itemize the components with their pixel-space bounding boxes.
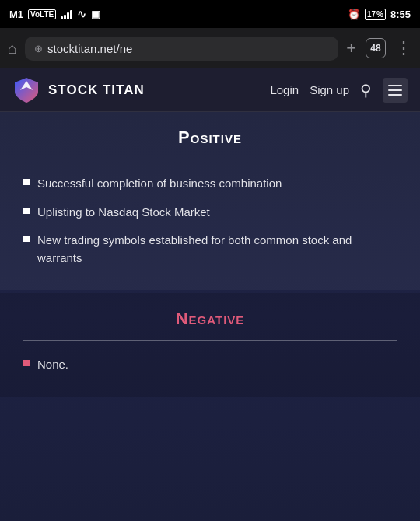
nav-links: Login Sign up ⚲ — [270, 78, 408, 103]
list-item: New trading symbols established for both… — [23, 232, 397, 267]
search-icon[interactable]: ⚲ — [360, 81, 372, 100]
negative-section: Negative None. — [0, 293, 420, 397]
list-item: Successful completion of business combin… — [23, 175, 397, 193]
bullet-marker — [23, 208, 30, 214]
carrier-label: M1 — [9, 9, 23, 20]
battery-percent: 17 — [367, 10, 376, 19]
bullet-marker — [23, 236, 30, 242]
browser-bar: ⌂ ⊕ stocktitan.net/ne + 48 ⋮ — [0, 28, 420, 68]
positive-bullet-2: Uplisting to Nasdaq Stock Market — [37, 204, 210, 222]
time-display: 8:55 — [390, 9, 411, 20]
positive-bullet-3: New trading symbols established for both… — [37, 232, 397, 267]
home-icon[interactable]: ⌂ — [8, 40, 17, 58]
status-bar: M1 VoLTE ∿ ▣ ⏰ 17 % 8:55 — [0, 0, 420, 28]
negative-bullet-1: None. — [37, 356, 68, 374]
positive-heading: Positive — [23, 128, 397, 148]
browser-actions: + 48 ⋮ — [346, 38, 412, 58]
list-item: Uplisting to Nasdaq Stock Market — [23, 204, 397, 222]
negative-divider — [23, 340, 397, 341]
logo-container: STOCK TITAN — [12, 76, 145, 104]
tab-count-button[interactable]: 48 — [366, 38, 386, 58]
list-item: None. — [23, 356, 397, 374]
signup-link[interactable]: Sign up — [310, 83, 349, 96]
logo-icon — [12, 76, 40, 104]
wifi-icon: ∿ — [77, 8, 86, 20]
login-link[interactable]: Login — [270, 83, 299, 96]
status-left: M1 VoLTE ∿ ▣ — [9, 8, 100, 20]
new-tab-icon[interactable]: + — [346, 38, 356, 58]
bullet-marker — [23, 360, 30, 366]
more-options-icon[interactable]: ⋮ — [395, 38, 412, 58]
positive-section: Positive Successful completion of busine… — [0, 112, 420, 290]
signal-bars-icon — [61, 9, 72, 19]
nav-bar: STOCK TITAN Login Sign up ⚲ — [0, 68, 420, 112]
url-bar[interactable]: ⊕ stocktitan.net/ne — [25, 37, 338, 61]
volte-badge: VoLTE — [28, 9, 56, 19]
bullet-marker — [23, 179, 30, 185]
negative-bullet-list: None. — [23, 356, 397, 374]
alarm-icon: ⏰ — [348, 9, 360, 20]
site-title: STOCK TITAN — [48, 82, 145, 98]
url-text[interactable]: stocktitan.net/ne — [47, 42, 132, 55]
positive-divider — [23, 159, 397, 159]
status-right: ⏰ 17 % 8:55 — [348, 9, 411, 20]
negative-heading: Negative — [23, 309, 397, 329]
hamburger-menu-icon[interactable] — [383, 78, 408, 103]
main-content: Positive Successful completion of busine… — [0, 112, 420, 521]
positive-bullet-1: Successful completion of business combin… — [37, 175, 282, 193]
positive-bullet-list: Successful completion of business combin… — [23, 175, 397, 267]
site-info-icon: ⊕ — [34, 43, 43, 54]
sim-icon: ▣ — [91, 9, 100, 20]
battery-icon: 17 % — [365, 9, 386, 20]
